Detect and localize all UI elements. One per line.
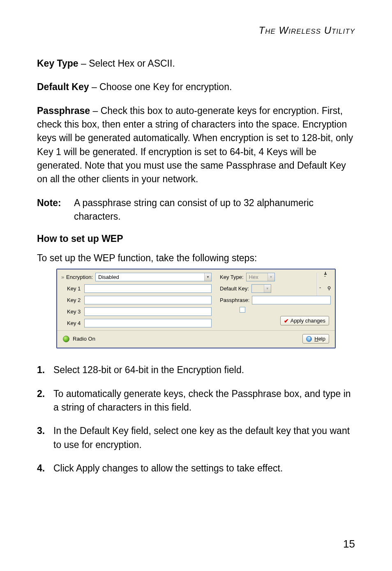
step-text: Select 128-bit or 64-bit in the Encrypti… bbox=[53, 363, 355, 377]
key1-input[interactable] bbox=[84, 284, 212, 293]
key3-input[interactable] bbox=[84, 307, 212, 316]
step-text: Click Apply changes to allow the setting… bbox=[53, 462, 355, 475]
encryption-dropdown[interactable]: Disabled ▼ bbox=[95, 273, 212, 281]
defaultkey-paragraph: Default Key – Choose one Key for encrypt… bbox=[37, 80, 355, 94]
defaultkey-term: Default Key bbox=[37, 81, 89, 92]
step-text: To automatically generate keys, check th… bbox=[53, 387, 355, 415]
keytype-term: Key Type bbox=[37, 58, 78, 69]
apply-label: Apply changes bbox=[291, 318, 325, 324]
encryption-marker: » bbox=[61, 274, 65, 280]
help-label: Help bbox=[314, 336, 325, 342]
passphrase-checkbox[interactable] bbox=[240, 307, 245, 313]
passphrase-paragraph: Passphrase – Check this box to auto-gene… bbox=[37, 104, 355, 186]
apply-changes-button[interactable]: ✔ Apply changes bbox=[280, 316, 329, 325]
key3-label: Key 3 bbox=[67, 309, 84, 315]
step-number: 1. bbox=[37, 363, 53, 377]
keytype-field-label: Key Type: bbox=[220, 274, 244, 280]
defaultkey-desc: – Choose one Key for encryption. bbox=[89, 81, 232, 92]
list-item: 3. In the Default Key field, select one … bbox=[37, 424, 355, 452]
check-icon: ✔ bbox=[284, 318, 289, 324]
encryption-label: Encryption: bbox=[66, 274, 93, 280]
passphrase-input[interactable] bbox=[252, 296, 331, 304]
list-item: 4. Click Apply changes to allow the sett… bbox=[37, 462, 355, 475]
passphrase-term: Passphrase bbox=[37, 105, 90, 116]
defaultkey-dropdown[interactable]: ▼ bbox=[251, 284, 271, 293]
note-text: A passphrase string can consist of up to… bbox=[74, 196, 355, 224]
note-label: Note: bbox=[37, 196, 74, 224]
encryption-value: Disabled bbox=[96, 274, 204, 280]
step-text: In the Default Key field, select one key… bbox=[53, 424, 355, 452]
keytype-desc: – Select Hex or ASCII. bbox=[78, 58, 175, 69]
chevron-down-icon: ▼ bbox=[267, 273, 274, 281]
key2-input[interactable] bbox=[84, 296, 212, 304]
radio-on-label: Radio On bbox=[73, 336, 95, 342]
step-number: 2. bbox=[37, 387, 53, 415]
list-item: 2. To automatically generate keys, check… bbox=[37, 387, 355, 415]
list-item: 1. Select 128-bit or 64-bit in the Encry… bbox=[37, 363, 355, 377]
passphrase-field-label: Passphrase: bbox=[220, 297, 249, 303]
key4-input[interactable] bbox=[84, 319, 212, 327]
keytype-value: Hex bbox=[247, 274, 267, 280]
wep-screenshot: » Encryption: Disabled ▼ Key 1 Key 2 Key… bbox=[56, 269, 336, 348]
wep-intro: To set up the WEP function, take the fol… bbox=[37, 253, 355, 264]
signal-dash2: - bbox=[319, 284, 321, 290]
key2-label: Key 2 bbox=[67, 297, 84, 303]
keytype-dropdown[interactable]: Hex ▼ bbox=[246, 273, 275, 281]
corner-marker: ┻ bbox=[324, 272, 327, 276]
radio-on-indicator: Radio On bbox=[63, 336, 95, 342]
chevron-down-icon: ▼ bbox=[204, 273, 211, 281]
steps-list: 1. Select 128-bit or 64-bit in the Encry… bbox=[37, 363, 355, 475]
page-header: The Wireless Utility bbox=[37, 25, 355, 36]
step-number: 4. bbox=[37, 462, 53, 475]
key4-label: Key 4 bbox=[67, 320, 84, 326]
step-number: 3. bbox=[37, 424, 53, 452]
help-icon: ? bbox=[306, 336, 312, 342]
antenna-icon: ϙ bbox=[327, 284, 331, 290]
keytype-paragraph: Key Type – Select Hex or ASCII. bbox=[37, 57, 355, 70]
help-button[interactable]: ? Help bbox=[302, 334, 329, 344]
note-block: Note: A passphrase string can consist of… bbox=[37, 196, 355, 224]
chevron-down-icon: ▼ bbox=[264, 285, 271, 292]
wep-subheading: How to set up WEP bbox=[37, 233, 355, 244]
key1-label: Key 1 bbox=[67, 286, 84, 292]
passphrase-desc: – Check this box to auto-generate keys f… bbox=[37, 105, 353, 185]
defaultkey-field-label: Default Key: bbox=[220, 286, 249, 292]
vertical-divider bbox=[317, 273, 318, 296]
radio-on-icon bbox=[63, 336, 69, 342]
page-number: 15 bbox=[343, 538, 355, 550]
